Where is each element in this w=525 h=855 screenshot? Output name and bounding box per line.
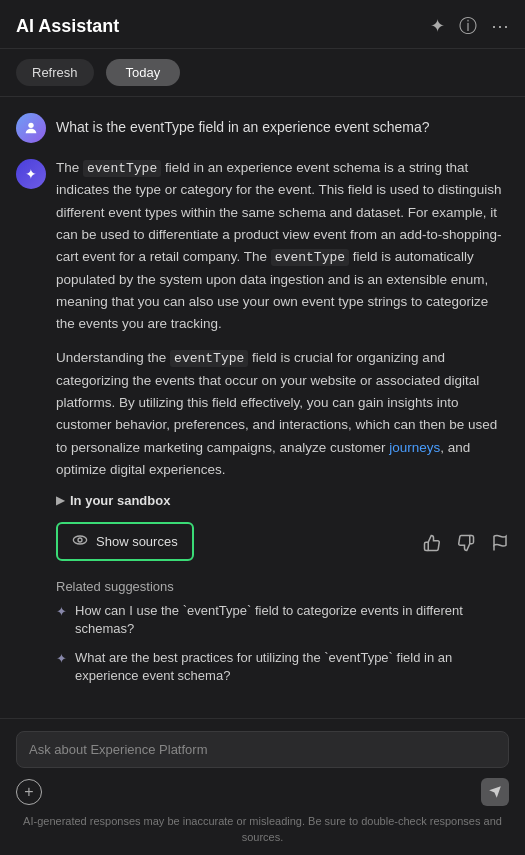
thumbs-up-icon[interactable]	[423, 534, 441, 557]
sandbox-toggle[interactable]: ▶ In your sandbox	[56, 493, 509, 508]
star-icon-1: ✦	[56, 604, 67, 619]
input-area: Ask about Experience Platform + AI-gener…	[0, 718, 525, 855]
settings-icon[interactable]: ✦	[430, 15, 445, 37]
chat-area: What is the eventType field in an experi…	[0, 97, 525, 711]
show-sources-label: Show sources	[96, 534, 178, 549]
ai-text: The eventType field in an experience eve…	[56, 157, 509, 481]
info-icon[interactable]: ⓘ	[459, 14, 477, 38]
thumbs-down-icon[interactable]	[457, 534, 475, 557]
suggestion-item-1[interactable]: ✦ How can I use the `eventType` field to…	[56, 602, 509, 638]
input-row: +	[16, 778, 509, 806]
sandbox-label: In your sandbox	[70, 493, 170, 508]
sources-feedback-row: Show sources	[56, 516, 509, 571]
input-box[interactable]: Ask about Experience Platform	[16, 731, 509, 768]
ai-avatar: ✦	[16, 159, 46, 189]
app-title: AI Assistant	[16, 16, 119, 37]
header-icons: ✦ ⓘ ⋯	[430, 14, 509, 38]
related-section: Related suggestions ✦ How can I use the …	[56, 579, 509, 685]
suggestion-item-2[interactable]: ✦ What are the best practices for utiliz…	[56, 649, 509, 685]
toolbar: Refresh Today	[0, 49, 525, 97]
send-button[interactable]	[481, 778, 509, 806]
related-title: Related suggestions	[56, 579, 509, 594]
more-icon[interactable]: ⋯	[491, 15, 509, 37]
sandbox-section: ▶ In your sandbox	[56, 493, 509, 508]
refresh-button[interactable]: Refresh	[16, 59, 94, 86]
add-attachment-button[interactable]: +	[16, 779, 42, 805]
flag-icon[interactable]	[491, 534, 509, 557]
feedback-row	[423, 534, 509, 557]
svg-point-2	[78, 538, 82, 542]
header: AI Assistant ✦ ⓘ ⋯	[0, 0, 525, 49]
ai-paragraph-1: The eventType field in an experience eve…	[56, 157, 509, 335]
star-icon-2: ✦	[56, 651, 67, 666]
user-avatar	[16, 113, 46, 143]
svg-point-1	[73, 536, 86, 544]
chevron-right-icon: ▶	[56, 494, 64, 507]
suggestion-text-1: How can I use the `eventType` field to c…	[75, 602, 509, 638]
user-message-text: What is the eventType field in an experi…	[56, 113, 430, 138]
show-sources-button[interactable]: Show sources	[56, 522, 194, 561]
disclaimer-text: AI-generated responses may be inaccurate…	[16, 814, 509, 849]
eye-icon	[72, 532, 88, 551]
svg-point-0	[28, 123, 33, 128]
today-button[interactable]: Today	[106, 59, 181, 86]
ai-message: ✦ The eventType field in an experience e…	[16, 157, 509, 695]
ai-content: The eventType field in an experience eve…	[56, 157, 509, 695]
input-placeholder: Ask about Experience Platform	[29, 742, 496, 757]
user-message: What is the eventType field in an experi…	[16, 113, 509, 143]
journeys-link[interactable]: journeys	[389, 440, 440, 455]
suggestion-text-2: What are the best practices for utilizin…	[75, 649, 509, 685]
ai-paragraph-2: Understanding the eventType field is cru…	[56, 347, 509, 481]
